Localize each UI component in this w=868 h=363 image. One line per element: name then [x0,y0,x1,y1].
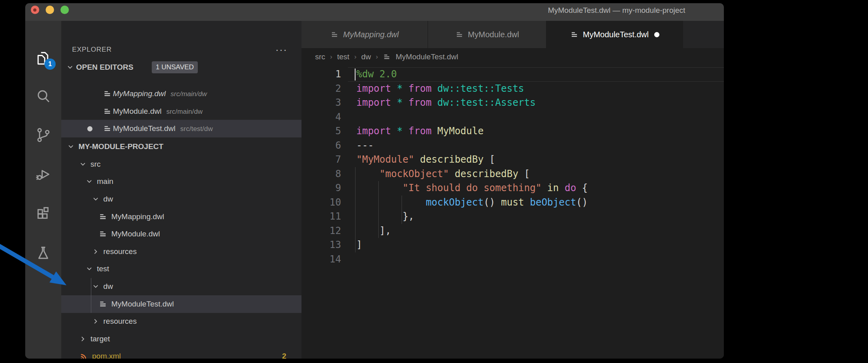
open-editor-label: MyMapping.dwlsrc/main/dw [113,85,207,103]
chevron-right-icon[interactable] [92,318,99,325]
zoom-button[interactable] [60,6,69,14]
line-number: 5 [301,124,341,139]
chevron-right-icon[interactable] [79,335,86,343]
line-number: 10 [301,196,341,210]
code-token [524,197,530,208]
activity-run-debug[interactable] [34,165,52,183]
tree-item-target[interactable]: target [61,330,301,348]
tree-item-label: src [90,155,100,173]
code-line[interactable]: "mockObject" describedBy [ [356,167,530,182]
code-line[interactable]: }, [356,210,414,224]
code-token: * [397,97,402,108]
chevron-down-icon[interactable] [67,143,74,150]
open-editor-item[interactable]: MyMapping.dwlsrc/main/dw [61,85,301,103]
tree-item-pom-xml[interactable]: pom.xml2 [61,347,301,359]
code-token: { [576,182,588,194]
code-token [449,168,454,179]
activity-badge: 1 [44,58,56,70]
chevron-right-icon[interactable] [92,248,99,255]
tree-item-test[interactable]: test [61,260,301,278]
code-line[interactable]: import * from dw::test::Tests [356,82,524,96]
code-token: "MyModule" [356,154,414,165]
tree-item-src[interactable]: src [61,155,301,173]
activity-explorer[interactable]: 1 [34,49,52,67]
indent-guide [355,167,356,252]
code-line[interactable]: mockObject() must beObject() [356,196,588,210]
code-token [356,182,403,194]
editor-area: MyMapping.dwlMyModule.dwlMyModuleTest.dw… [301,21,724,359]
code-line[interactable]: import * from dw::test::Asserts [356,96,536,110]
activity-source-control[interactable] [34,126,52,144]
code-area[interactable]: 1%dw 2.02import * from dw::test::Tests3i… [301,21,724,359]
open-editors-header[interactable]: OPEN EDITORS1 UNSAVED [61,58,301,76]
line-number: 14 [301,252,341,267]
open-editor-item[interactable]: MyModuleTest.dwlsrc/test/dw [61,120,301,137]
code-token [356,168,380,179]
screenshot-canvas: { "window": { "title": "MyModuleTest.dwl… [0,0,868,363]
tree-item-my-module-project[interactable]: MY-MODULE-PROJECT [61,138,301,155]
indent-guide [402,196,402,224]
chevron-down-icon[interactable] [92,196,99,203]
line-number: 13 [301,238,341,252]
tree-item-dw[interactable]: dw [61,278,301,295]
open-editor-item[interactable]: MyModule.dwlsrc/main/dw [61,103,301,120]
title-bar[interactable]: MyModuleTest.dwl — my-module-project [25,3,724,21]
code-token [403,83,408,94]
code-token: [ [484,154,495,165]
code-line[interactable]: %dw 2.0 [356,67,397,82]
chevron-down-icon[interactable] [66,64,74,71]
tree-item-label: MyMapping.dwl [111,208,164,226]
modified-dot-icon [87,126,92,131]
code-token [403,97,408,108]
chevron-down-icon[interactable] [86,178,93,185]
file-icon [103,89,112,98]
vscode-window: MyModuleTest.dwl — my-module-project 1 E… [25,3,724,359]
code-token [356,197,426,208]
code-token: "mockObject" [380,168,449,179]
code-line[interactable]: import * from MyModule [356,124,484,139]
tree-item-label: main [97,173,113,190]
code-line[interactable]: --- [356,139,374,153]
tree-item-label: resources [103,313,137,330]
chevron-down-icon[interactable] [79,161,86,168]
code-line[interactable]: ] [356,238,362,252]
file-icon [103,124,112,133]
git-branch-icon [34,126,52,144]
code-token: "It should do something" [403,182,542,194]
code-token: dw::test::Asserts [437,97,536,108]
code-token [403,125,408,137]
code-token: beObject [530,197,577,208]
tree-item-mymapping-dwl[interactable]: MyMapping.dwl [61,208,301,226]
code-token: in [547,182,559,194]
tree-item-label: MY-MODULE-PROJECT [78,138,163,155]
chevron-down-icon[interactable] [92,283,99,290]
code-token: %dw 2.0 [356,69,397,80]
minimize-button[interactable] [46,6,54,14]
tree-item-label: resources [103,243,137,260]
indent-guide [378,181,379,238]
code-line[interactable]: ], [356,224,391,238]
rss-icon [79,352,88,359]
activity-extensions[interactable] [34,205,52,222]
explorer-sidebar: EXPLORER ··· OPEN EDITORS1 UNSAVEDMyMapp… [61,21,301,359]
extensions-icon [34,205,52,222]
tree-indent-guide [91,278,91,313]
tree-item-main[interactable]: main [61,173,301,190]
tree-item-resources[interactable]: resources [61,313,301,330]
more-actions-icon[interactable]: ··· [275,44,287,55]
code-line[interactable]: "MyModule" describedBy [ [356,153,495,167]
code-token: from [408,83,437,94]
tree-item-dw[interactable]: dw [61,190,301,208]
code-line[interactable]: "It should do something" in do { [356,181,588,196]
open-editors-label: OPEN EDITORS [76,58,133,76]
tree-item-resources[interactable]: resources [61,243,301,260]
line-number: 1 [301,67,341,82]
code-token [414,154,420,165]
code-token: }, [356,211,414,222]
file-icon [98,212,107,221]
tree-item-mymoduletest-dwl[interactable]: MyModuleTest.dwl [61,295,301,313]
close-button[interactable] [31,6,39,14]
tree-item-mymodule-dwl[interactable]: MyModule.dwl [61,225,301,243]
code-token: ] [356,239,362,250]
activity-search[interactable] [34,87,52,105]
